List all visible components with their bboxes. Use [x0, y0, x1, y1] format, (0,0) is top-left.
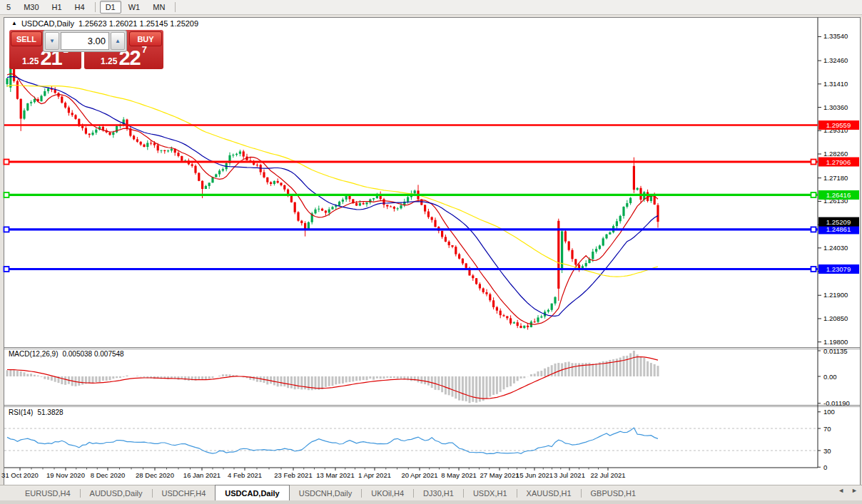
horizontal-level-line[interactable]: [4, 227, 818, 232]
volume-spinner: ▼ ▲: [43, 30, 127, 52]
status-strip: [0, 500, 862, 504]
tab-dj30-h1[interactable]: DJ30,H1: [414, 485, 463, 500]
buy-price-base: 1.25: [101, 56, 117, 67]
rsi-tick-label: 100: [823, 408, 835, 416]
tab-usdx-h1[interactable]: USDX,H1: [464, 485, 517, 500]
rsi-value: 51.3828: [37, 408, 63, 416]
rsi-tick-label: 30: [823, 447, 831, 455]
date-label: 20 Apr 2021: [401, 471, 437, 479]
macd-tick-label: -0.01190: [823, 399, 850, 407]
chart-tabs-bar: EURUSD,H4AUDUSD,DailyUSDCHF,H4USDCAD,Dai…: [0, 485, 862, 500]
volume-increase-icon[interactable]: ▲: [111, 32, 125, 50]
macd-histogram: [7, 351, 658, 403]
horizontal-level-line[interactable]: [4, 160, 818, 165]
sell-price-base: 1.25: [22, 56, 39, 67]
date-label: 4 Feb 2021: [228, 471, 262, 479]
scroll-tabs-right-icon[interactable]: ►: [851, 487, 858, 494]
one-click-trade-panel: SELL 1.25 21 2 BUY 1.25 22 7 ▼ ▲: [9, 30, 163, 69]
rsi-tick-label: 70: [823, 425, 831, 433]
date-label: 1 Apr 2021: [358, 471, 391, 479]
price-level-badge: 1.26416: [818, 190, 859, 200]
volume-input[interactable]: [61, 32, 109, 50]
date-label: 22 Jul 2021: [590, 471, 625, 479]
macd-indicator-label: MACD(12,26,9) 0.005038 0.007548: [9, 350, 124, 358]
tab-audusd-daily[interactable]: AUDUSD,Daily: [81, 485, 152, 500]
date-label: 15 Jun 2021: [516, 471, 553, 479]
price-tick-label: 1.33540: [823, 32, 848, 40]
tab-scroll-arrows: ◄ ►: [838, 487, 858, 494]
collapse-panel-icon[interactable]: ▲: [11, 20, 17, 27]
price-tick-label: 1.30360: [823, 103, 848, 111]
date-label: 31 Oct 2020: [1, 471, 39, 479]
date-label: 19 Nov 2020: [46, 471, 85, 479]
price-tick-label: 1.20850: [823, 314, 848, 322]
price-tick-label: 1.24030: [823, 244, 848, 252]
price-tick-label: 1.28260: [823, 150, 848, 158]
date-label: 8 May 2021: [441, 471, 477, 479]
macd-tick-label: 0.00: [823, 373, 837, 381]
date-label: 28 Dec 2020: [136, 471, 174, 479]
price-tick-label: 1.19800: [823, 338, 848, 346]
macd-axis[interactable]: 0.011350.00-0.01190: [818, 347, 850, 408]
rsi-line: [7, 428, 658, 454]
svg-text:1.26416: 1.26416: [826, 191, 851, 199]
date-label: 3 Jul 2021: [554, 471, 585, 479]
date-label: 13 Mar 2021: [316, 471, 354, 479]
macd-tick-label: 0.01135: [823, 347, 848, 355]
price-level-badge: 1.29559: [818, 120, 859, 130]
svg-text:1.23079: 1.23079: [826, 265, 851, 273]
moving-average-line: [7, 77, 658, 317]
date-label: 27 May 2021: [480, 471, 519, 479]
price-level-badge: 1.23079: [818, 264, 859, 274]
symbol-label: USDCAD,Daily: [21, 19, 74, 28]
macd-name: MACD(12,26,9): [9, 350, 58, 358]
chart-canvas[interactable]: 1.335401.324601.314101.303601.293101.282…: [0, 0, 862, 504]
tab-gbpusd-h1[interactable]: GBPUSD,H1: [582, 485, 646, 500]
rsi-axis[interactable]: 10070300: [818, 408, 835, 471]
date-label: 23 Feb 2021: [274, 471, 312, 479]
tab-usdcad-daily[interactable]: USDCAD,Daily: [215, 485, 289, 500]
sell-button[interactable]: SELL: [11, 31, 42, 46]
date-label: 8 Dec 2020: [91, 471, 126, 479]
horizontal-level-line[interactable]: [4, 267, 818, 272]
price-tick-label: 1.21900: [823, 291, 848, 299]
price-axis[interactable]: 1.335401.324601.314101.303601.293101.282…: [818, 32, 848, 345]
rsi-tick-label: 0: [823, 463, 827, 471]
price-tick-label: 1.27180: [823, 174, 848, 182]
time-axis[interactable]: 31 Oct 202019 Nov 20208 Dec 202028 Dec 2…: [1, 468, 625, 479]
tab-eurusd-h4[interactable]: EURUSD,H4: [16, 485, 80, 500]
current-price-badge: 1.25209: [818, 217, 859, 227]
buy-price-sup: 7: [142, 46, 147, 54]
svg-text:1.24861: 1.24861: [826, 225, 851, 233]
svg-text:1.25209: 1.25209: [826, 218, 851, 226]
tab-xauusd-h1[interactable]: XAUUSD,H1: [517, 485, 581, 500]
scroll-tabs-left-icon[interactable]: ◄: [838, 487, 844, 494]
rsi-name: RSI(14): [9, 408, 33, 416]
date-label: 16 Jan 2021: [183, 471, 220, 479]
ohlc-values: 1.25623 1.26021 1.25145 1.25209: [78, 19, 198, 28]
rsi-indicator-label: RSI(14) 51.3828: [9, 408, 64, 416]
price-tick-label: 1.31410: [823, 80, 848, 88]
volume-decrease-icon[interactable]: ▼: [45, 32, 59, 50]
tab-usdcnh-daily[interactable]: USDCNH,Daily: [290, 485, 362, 500]
moving-average-line: [7, 73, 658, 324]
svg-text:1.29559: 1.29559: [826, 121, 851, 129]
macd-values: 0.005038 0.007548: [62, 350, 123, 358]
price-level-badge: 1.27906: [818, 158, 859, 167]
tab-ukoil-h4[interactable]: UKOil,H4: [362, 485, 413, 500]
trading-terminal: 5M30H1H4D1W1MN 1.335401.324601.314101.30…: [0, 0, 862, 504]
chart-title: ▲ USDCAD,Daily 1.25623 1.26021 1.25145 1…: [11, 19, 198, 28]
price-tick-label: 1.32460: [823, 56, 848, 64]
svg-text:1.27906: 1.27906: [826, 158, 851, 166]
tab-usdchf-h4[interactable]: USDCHF,H4: [153, 485, 216, 500]
